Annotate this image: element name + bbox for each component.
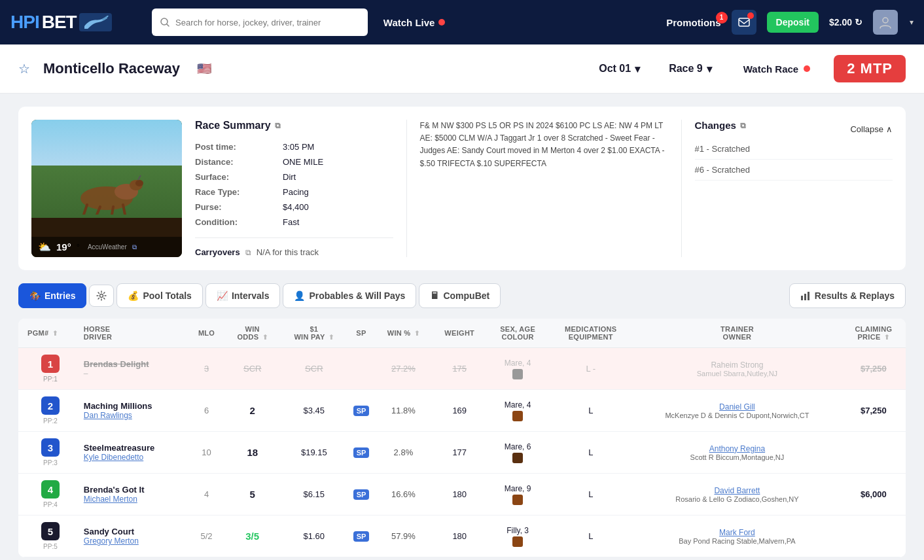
win-pct-value: 11.8% [391, 406, 416, 415]
horse-driver-cell: Maching Millions Dan Rawlings [79, 390, 188, 432]
collapse-arrow-icon: ∧ [886, 124, 893, 134]
win-pay-value: $19.15 [301, 447, 327, 457]
win-pay-value: $1.60 [304, 531, 325, 541]
win-pay-sort-icon[interactable]: ⬆ [329, 334, 334, 341]
refresh-icon[interactable]: ↻ [855, 17, 862, 27]
win-odds-cell: 5 [224, 474, 280, 516]
change-item-1: #1 - Scratched [695, 139, 893, 160]
win-pct-sort-icon[interactable]: ⬆ [414, 330, 419, 337]
collapse-button[interactable]: Collapse ∧ [850, 124, 893, 134]
pgm-cell: 3 PP:3 [18, 432, 79, 474]
change-item-2: #6 - Scratched [695, 160, 893, 181]
search-bar[interactable] [152, 9, 368, 36]
sp-cell: SP [348, 390, 375, 432]
tab-compubet[interactable]: 🖩 CompuBet [419, 283, 501, 308]
distance-label: Distance: [195, 157, 280, 167]
logo-hpi: HPI [10, 12, 39, 33]
post-time-value: 3:05 PM [283, 142, 393, 152]
header: HPIBET Watch Live Promotions 1 Deposit [0, 0, 924, 44]
claiming-sort-icon[interactable]: ⬆ [884, 334, 889, 341]
race-summary-ext-icon[interactable]: ⧉ [275, 121, 281, 130]
col-medications: MEDICATIONSEQUIPMENT [548, 319, 633, 348]
win-pct-cell: 2.8% [374, 432, 432, 474]
race-type-value: Pacing [283, 187, 393, 197]
carryovers-ext-icon[interactable]: ⧉ [245, 248, 251, 257]
horse-name: Brendas Delight [84, 359, 183, 369]
pp-label: PP:2 [43, 417, 58, 425]
trainer-name[interactable]: David Barrett [638, 486, 836, 495]
race-picker[interactable]: Race 9 ▾ [669, 63, 712, 75]
watch-race-dot-icon [804, 65, 810, 72]
favorite-star-icon[interactable]: ☆ [18, 61, 30, 77]
weight-cell: 177 [433, 432, 487, 474]
surface-value: Dirt [283, 172, 393, 182]
mlo-cell: 6 [188, 390, 225, 432]
col-win-pct: WIN % ⬆ [374, 319, 432, 348]
trainer-owner-cell: David Barrett Rosario & Lello G Zodiaco,… [633, 474, 842, 516]
col-mlo: MLO [188, 319, 225, 348]
date-picker[interactable]: Oct 01 ▾ [599, 63, 640, 75]
watch-race-button[interactable]: Watch Race [743, 63, 810, 75]
results-label: Results & Replays [815, 290, 895, 301]
changes-title: Changes ⧉ [695, 120, 746, 131]
win-pct-cell: 57.9% [374, 516, 432, 557]
tabs-bar: 🏇 Entries 💰 Pool Totals 📈 Intervals 👤 Pr… [18, 283, 906, 308]
claiming-price-cell: $6,000 [842, 474, 906, 516]
surface-label: Surface: [195, 172, 280, 182]
horse-name: Brenda's Got It [84, 485, 183, 495]
driver-name[interactable]: Kyle Dibenedetto [84, 453, 183, 462]
avatar-chevron-icon: ▾ [910, 18, 914, 27]
changes-ext-icon[interactable]: ⧉ [740, 121, 746, 130]
deposit-button[interactable]: Deposit [767, 12, 819, 33]
entries-tab-icon: 🏇 [29, 290, 41, 301]
tab-settings-button[interactable] [89, 285, 114, 307]
pgm-badge: 2 [41, 396, 60, 415]
logo-bet: BET [42, 12, 77, 33]
table-row: 2 PP:2 Maching Millions Dan Rawlings 6 2… [18, 390, 906, 432]
col-win-pay: $1WIN PAY ⬆ [280, 319, 348, 348]
trainer-owner-cell: Daniel Gill McKenzye D & Dennis C Dupont… [633, 390, 842, 432]
trainer-name[interactable]: Mark Ford [638, 528, 836, 537]
accu-weather-link-icon[interactable]: ⧉ [132, 243, 137, 251]
tab-entries[interactable]: 🏇 Entries [18, 283, 86, 308]
horse-driver-cell: Brenda's Got It Michael Merton [79, 474, 188, 516]
driver-name[interactable]: Michael Merton [84, 495, 183, 504]
horse-name: Steelmeatreasure [84, 443, 183, 453]
message-nav[interactable] [732, 10, 756, 35]
pgm-sort-icon[interactable]: ⬆ [52, 330, 58, 337]
horse-driver-cell: Sandy Court Gregory Merton [79, 516, 188, 557]
temperature-value: 19° [56, 241, 71, 253]
tab-intervals[interactable]: 📈 Intervals [205, 283, 281, 308]
win-odds-cell: 3/5 [224, 516, 280, 557]
win-odds-sort-icon[interactable]: ⬆ [262, 334, 268, 341]
sex-age-cell: Mare, 6 [487, 432, 548, 474]
trainer-name[interactable]: Daniel Gill [638, 402, 836, 411]
trainer-name[interactable]: Anthony Regina [638, 444, 836, 453]
win-odds-value: 3/5 [245, 531, 259, 542]
search-input[interactable] [175, 18, 360, 27]
claiming-price-value: $7,250 [861, 406, 887, 415]
watch-live-nav[interactable]: Watch Live [383, 17, 446, 28]
win-pct-value: 2.8% [394, 447, 414, 457]
driver-name[interactable]: Gregory Merton [84, 536, 183, 546]
win-pay-cell: $6.15 [280, 474, 348, 516]
medications-cell: L [548, 474, 633, 516]
svg-line-6 [84, 205, 87, 215]
weight-value: 175 [452, 364, 467, 374]
medications-cell: L [548, 390, 633, 432]
claiming-price-value: $6,000 [861, 489, 887, 499]
tab-results[interactable]: Results & Replays [789, 283, 906, 308]
sex-age-value: Filly, 3 [492, 526, 543, 535]
driver-name[interactable]: Dan Rawlings [84, 411, 183, 420]
condition-label: Condition: [195, 217, 280, 227]
sp-cell: SP [348, 432, 375, 474]
promotions-nav[interactable]: Promotions 1 [666, 17, 720, 28]
avatar[interactable] [873, 10, 898, 35]
claiming-price-cell: $7,250 [842, 390, 906, 432]
tab-pool-totals[interactable]: 💰 Pool Totals [116, 283, 202, 308]
win-pay-cell: $3.45 [280, 390, 348, 432]
owner-name: McKenzye D & Dennis C Dupont,Norwich,CT [638, 411, 836, 419]
weight-cell: 175 [433, 348, 487, 390]
tab-probables[interactable]: 👤 Probables & Will Pays [283, 283, 416, 308]
claiming-price-value: $7,250 [861, 364, 887, 374]
